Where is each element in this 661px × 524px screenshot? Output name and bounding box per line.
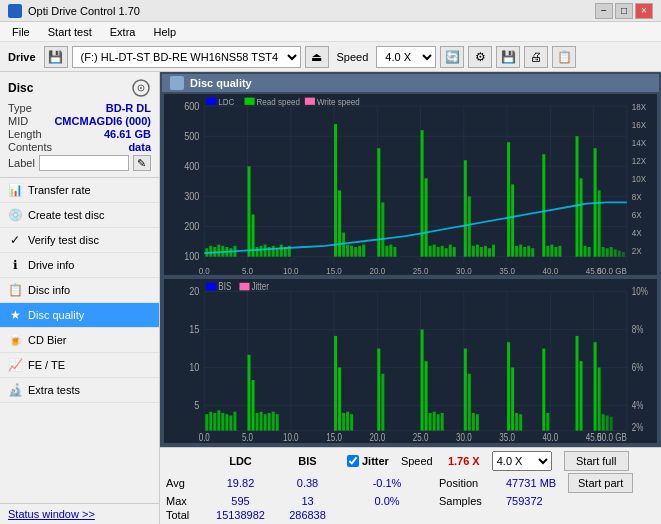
drive-icon-btn[interactable]: 💾 xyxy=(44,46,68,68)
svg-text:LDC: LDC xyxy=(218,96,235,107)
svg-rect-179 xyxy=(334,336,337,431)
nav-transfer-rate[interactable]: 📊 Transfer rate xyxy=(0,178,159,203)
svg-rect-93 xyxy=(484,246,487,257)
menu-file[interactable]: File xyxy=(4,24,38,40)
menu-help[interactable]: Help xyxy=(145,24,184,40)
nav-create-test-disc-label: Create test disc xyxy=(28,209,104,221)
svg-text:10: 10 xyxy=(189,361,199,373)
svg-text:35.0: 35.0 xyxy=(499,265,515,275)
svg-rect-202 xyxy=(576,336,579,431)
toolbar: Drive 💾 (F:) HL-DT-ST BD-RE WH16NS58 TST… xyxy=(0,42,661,72)
nav-fe-te[interactable]: 📈 FE / TE xyxy=(0,353,159,378)
svg-text:8%: 8% xyxy=(632,324,644,335)
svg-rect-194 xyxy=(472,413,475,431)
nav-create-test-disc[interactable]: 💿 Create test disc xyxy=(0,203,159,228)
speed-stat-select[interactable]: 4.0 X xyxy=(492,451,552,471)
label-input[interactable] xyxy=(39,155,129,171)
svg-rect-111 xyxy=(588,247,591,257)
disc-header: Disc xyxy=(8,78,151,98)
close-button[interactable]: × xyxy=(635,3,653,19)
nav-drive-info-label: Drive info xyxy=(28,259,74,271)
svg-rect-106 xyxy=(554,247,557,257)
svg-text:400: 400 xyxy=(184,160,199,172)
jitter-checkbox[interactable] xyxy=(347,455,359,467)
nav-extra-tests[interactable]: 🔬 Extra tests xyxy=(0,378,159,403)
type-value: BD-R DL xyxy=(106,102,151,114)
menu-extra[interactable]: Extra xyxy=(102,24,144,40)
nav-drive-info[interactable]: ℹ Drive info xyxy=(0,253,159,278)
svg-rect-114 xyxy=(602,247,605,257)
nav-extra-tests-label: Extra tests xyxy=(28,384,80,396)
svg-rect-97 xyxy=(511,184,514,256)
svg-rect-199 xyxy=(519,414,522,430)
svg-rect-170 xyxy=(233,411,236,430)
svg-text:25.0: 25.0 xyxy=(413,265,429,275)
position-label: Position xyxy=(439,477,494,489)
nav-disc-info[interactable]: 📋 Disc info xyxy=(0,278,159,303)
svg-rect-165 xyxy=(213,413,216,431)
refresh-button[interactable]: 🔄 xyxy=(440,46,464,68)
avg-ldc: 19.82 xyxy=(213,477,268,489)
maximize-button[interactable]: □ xyxy=(615,3,633,19)
svg-rect-201 xyxy=(546,413,549,431)
svg-rect-167 xyxy=(221,413,224,431)
nav-disc-quality-label: Disc quality xyxy=(28,309,84,321)
status-window-button[interactable]: Status window >> xyxy=(8,508,95,520)
chart1-svg: 600 500 400 300 200 100 18X 16X 14X 12X … xyxy=(164,94,657,275)
svg-rect-198 xyxy=(515,413,518,431)
svg-rect-115 xyxy=(606,248,609,256)
svg-rect-113 xyxy=(598,190,601,256)
nav-disc-quality[interactable]: ★ Disc quality xyxy=(0,303,159,328)
svg-rect-55 xyxy=(248,166,251,256)
svg-point-2 xyxy=(140,87,142,89)
extra-button[interactable]: 📋 xyxy=(552,46,576,68)
svg-text:4X: 4X xyxy=(632,227,642,238)
app-icon xyxy=(8,4,22,18)
length-label: Length xyxy=(8,128,42,140)
disc-quality-panel: Disc quality xyxy=(160,72,661,447)
disc-type-row: Type BD-R DL xyxy=(8,102,151,114)
label-edit-button[interactable]: ✎ xyxy=(133,155,151,171)
svg-rect-200 xyxy=(542,348,545,430)
svg-text:20: 20 xyxy=(189,285,199,297)
svg-rect-78 xyxy=(393,247,396,257)
extra-tests-icon: 🔬 xyxy=(8,383,22,397)
nav-verify-test-disc[interactable]: ✓ Verify test disc xyxy=(0,228,159,253)
settings-button[interactable]: ⚙ xyxy=(468,46,492,68)
start-full-button[interactable]: Start full xyxy=(564,451,629,471)
svg-rect-173 xyxy=(256,413,259,431)
disc-label-row: Label ✎ xyxy=(8,155,151,171)
app-title: Opti Drive Control 1.70 xyxy=(28,5,140,17)
save-button[interactable]: 💾 xyxy=(496,46,520,68)
svg-rect-118 xyxy=(618,251,621,257)
svg-rect-83 xyxy=(437,247,440,257)
type-label: Type xyxy=(8,102,32,114)
stats-header-row: LDC BIS Jitter Speed 1.76 X 4.0 X Start … xyxy=(166,451,655,471)
svg-rect-117 xyxy=(614,249,617,256)
svg-rect-53 xyxy=(229,248,232,256)
speed-select[interactable]: 4.0 X 1.0 X 2.0 X 8.0 X xyxy=(376,46,436,68)
svg-rect-67 xyxy=(338,190,341,256)
svg-rect-122 xyxy=(244,98,254,105)
nav-cd-bier[interactable]: 🍺 CD Bier xyxy=(0,328,159,353)
eject-button[interactable]: ⏏ xyxy=(305,46,329,68)
ldc-header: LDC xyxy=(213,455,268,467)
svg-rect-69 xyxy=(346,245,349,257)
svg-rect-182 xyxy=(346,411,349,430)
create-test-disc-icon: 💿 xyxy=(8,208,22,222)
start-part-button[interactable]: Start part xyxy=(568,473,633,493)
drive-select[interactable]: (F:) HL-DT-ST BD-RE WH16NS58 TST4 xyxy=(72,46,301,68)
print-button[interactable]: 🖨 xyxy=(524,46,548,68)
svg-text:Read speed: Read speed xyxy=(257,96,300,107)
svg-text:35.0: 35.0 xyxy=(499,432,515,443)
svg-rect-84 xyxy=(441,246,444,257)
svg-rect-164 xyxy=(209,411,212,430)
minimize-button[interactable]: − xyxy=(595,3,613,19)
svg-text:25.0: 25.0 xyxy=(413,432,429,443)
menu-start-test[interactable]: Start test xyxy=(40,24,100,40)
svg-rect-92 xyxy=(480,247,483,257)
svg-rect-116 xyxy=(610,247,613,257)
svg-text:6%: 6% xyxy=(632,362,644,373)
jitter-check-group: Jitter xyxy=(347,455,389,467)
label-label: Label xyxy=(8,157,35,169)
